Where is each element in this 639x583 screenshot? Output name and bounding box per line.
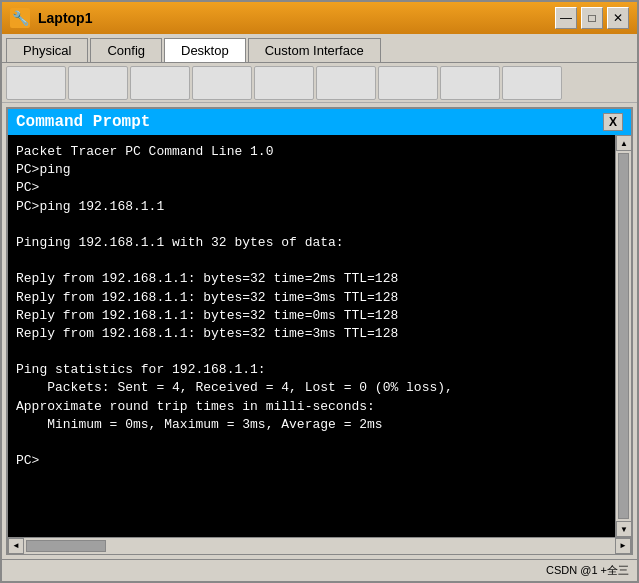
- toolbar-icon-3[interactable]: [130, 66, 190, 100]
- tab-physical[interactable]: Physical: [6, 38, 88, 62]
- cmd-wrapper: Packet Tracer PC Command Line 1.0 PC>pin…: [8, 135, 631, 537]
- cmd-body[interactable]: Packet Tracer PC Command Line 1.0 PC>pin…: [8, 135, 615, 537]
- toolbar-icon-7[interactable]: [378, 66, 438, 100]
- tab-custom-interface[interactable]: Custom Interface: [248, 38, 381, 62]
- maximize-button[interactable]: □: [581, 7, 603, 29]
- minimize-button[interactable]: —: [555, 7, 577, 29]
- window-title: Laptop1: [38, 10, 547, 26]
- scroll-right-button[interactable]: ►: [615, 538, 631, 554]
- toolbar-icon-9[interactable]: [502, 66, 562, 100]
- status-text: CSDN @1 +全三: [546, 563, 629, 578]
- cmd-title-bar: Command Prompt X: [8, 109, 631, 135]
- toolbar: [2, 63, 637, 103]
- main-content: Command Prompt X Packet Tracer PC Comman…: [2, 103, 637, 559]
- cmd-close-button[interactable]: X: [603, 113, 623, 131]
- toolbar-icon-6[interactable]: [316, 66, 376, 100]
- toolbar-icon-5[interactable]: [254, 66, 314, 100]
- tab-config[interactable]: Config: [90, 38, 162, 62]
- toolbar-icon-1[interactable]: [6, 66, 66, 100]
- h-scroll-thumb[interactable]: [26, 540, 106, 552]
- toolbar-icons: [6, 66, 562, 100]
- tab-desktop[interactable]: Desktop: [164, 38, 246, 62]
- horizontal-scrollbar: ◄ ►: [8, 537, 631, 553]
- window-controls: — □ ✕: [555, 7, 629, 29]
- h-scroll-track: [24, 538, 615, 554]
- cmd-title: Command Prompt: [16, 113, 150, 131]
- app-icon: 🔧: [10, 8, 30, 28]
- toolbar-icon-4[interactable]: [192, 66, 252, 100]
- scroll-down-button[interactable]: ▼: [616, 521, 631, 537]
- toolbar-icon-8[interactable]: [440, 66, 500, 100]
- vertical-scrollbar[interactable]: ▲ ▼: [615, 135, 631, 537]
- close-button[interactable]: ✕: [607, 7, 629, 29]
- command-prompt-window: Command Prompt X Packet Tracer PC Comman…: [6, 107, 633, 555]
- toolbar-icon-2[interactable]: [68, 66, 128, 100]
- nav-tabs: Physical Config Desktop Custom Interface: [2, 34, 637, 63]
- scroll-thumb[interactable]: [618, 153, 629, 519]
- scroll-left-button[interactable]: ◄: [8, 538, 24, 554]
- main-window: 🔧 Laptop1 — □ ✕ Physical Config Desktop …: [0, 0, 639, 583]
- status-bar: CSDN @1 +全三: [2, 559, 637, 581]
- scroll-up-button[interactable]: ▲: [616, 135, 631, 151]
- title-bar: 🔧 Laptop1 — □ ✕: [2, 2, 637, 34]
